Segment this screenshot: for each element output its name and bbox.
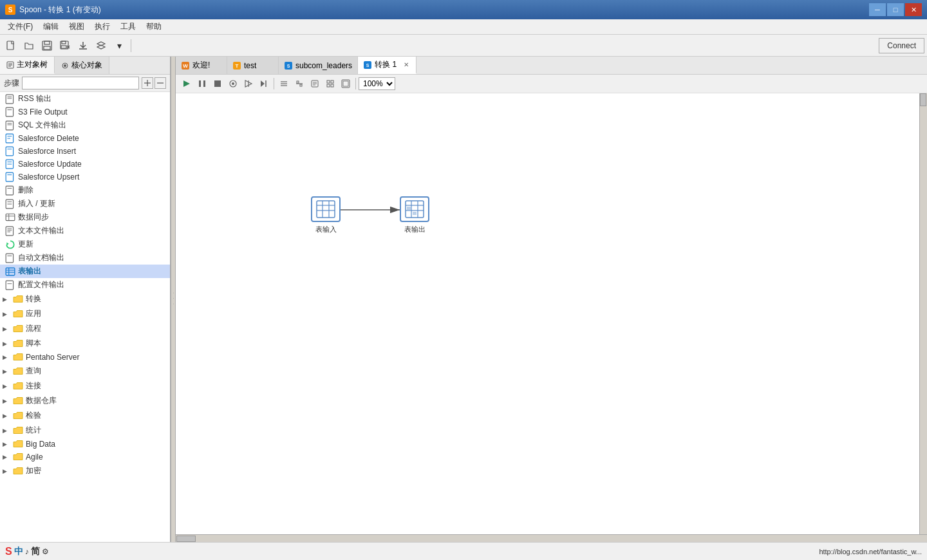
window-controls[interactable]: ─ □ ✕ xyxy=(869,3,922,16)
folder-connect[interactable]: ▶ 连接 xyxy=(0,378,170,393)
table-input-box[interactable] xyxy=(311,196,341,222)
folder-label: Pentaho Server xyxy=(26,353,79,362)
tree-container[interactable]: RSS 输出 S3 File Output SQL 文件输出 Salesforc… xyxy=(0,92,170,542)
config-output-icon xyxy=(5,280,15,290)
menu-file[interactable]: 文件(F) xyxy=(3,20,38,33)
toolbar-save[interactable] xyxy=(39,37,55,54)
list-item[interactable]: S3 File Output xyxy=(0,106,170,118)
maximize-button[interactable]: □ xyxy=(887,3,904,16)
list-item[interactable]: 插入 / 更新 xyxy=(0,197,170,210)
tab-welcome[interactable]: W 欢迎! xyxy=(176,57,227,74)
folder-dw[interactable]: ▶ 数据仓库 xyxy=(0,393,170,408)
canvas-step-btn[interactable] xyxy=(257,77,271,91)
list-item[interactable]: Salesforce Delete xyxy=(0,132,170,145)
list-item[interactable]: 自动文档输出 xyxy=(0,251,170,265)
canvas-preview-btn[interactable] xyxy=(226,77,240,91)
menu-tools[interactable]: 工具 xyxy=(115,20,141,33)
folder-label: 流程 xyxy=(26,323,41,334)
canvas-stop-btn[interactable] xyxy=(211,77,225,91)
steps-expand-btn[interactable] xyxy=(142,77,153,89)
list-item-label: 文本文件输出 xyxy=(18,225,64,236)
tab-transform1-close[interactable]: ✕ xyxy=(402,61,411,70)
canvas-snap-btn[interactable] xyxy=(323,77,337,91)
tab-test[interactable]: T test xyxy=(227,57,279,74)
canvas-scrollbar-bottom[interactable] xyxy=(176,534,927,542)
folder-stats[interactable]: ▶ 统计 xyxy=(0,423,170,438)
folder-query[interactable]: ▶ 查询 xyxy=(0,364,170,378)
tab-welcome-label: 欢迎! xyxy=(192,60,210,71)
steps-search-input[interactable] xyxy=(22,77,139,89)
list-item-label: S3 File Output xyxy=(18,107,68,117)
toolbar-saveas[interactable] xyxy=(57,37,73,54)
zoom-select[interactable]: 100% 50% 75% 150% 200% xyxy=(359,77,395,90)
table-input-label: 表输入 xyxy=(315,225,337,234)
canvas-run-btn[interactable] xyxy=(180,77,194,91)
main-objects-icon xyxy=(6,61,14,69)
list-item[interactable]: 数据同步 xyxy=(0,210,170,224)
canvas-scrollbar-right[interactable] xyxy=(919,93,927,534)
folder-label: 应用 xyxy=(26,308,41,319)
steps-collapse-btn[interactable] xyxy=(154,77,166,89)
tab-subcom[interactable]: S subcom_leaders xyxy=(279,57,358,74)
table-output-node[interactable]: 表输出 xyxy=(400,196,429,234)
list-item[interactable]: 更新 xyxy=(0,238,170,251)
canvas-with-scroll: 表输入 xyxy=(176,93,927,534)
list-item-label: RSS 输出 xyxy=(18,93,52,104)
minimize-button[interactable]: ─ xyxy=(869,3,886,16)
folder-label: Agile xyxy=(26,453,43,462)
canvas-area[interactable]: 表输入 xyxy=(176,93,919,534)
table-output-box[interactable] xyxy=(400,196,429,222)
table-input-node[interactable]: 表输入 xyxy=(311,196,341,234)
connect-button[interactable]: Connect xyxy=(879,38,924,53)
folder-validate[interactable]: ▶ 检验 xyxy=(0,408,170,423)
list-item-table-output[interactable]: 表输出 xyxy=(0,265,170,278)
list-item[interactable]: 删除 xyxy=(0,183,170,197)
canvas-note-btn[interactable] xyxy=(308,77,322,91)
panel-divider[interactable]: · · · xyxy=(171,57,176,542)
toolbar-open[interactable] xyxy=(21,37,37,54)
folder-flow[interactable]: ▶ 流程 xyxy=(0,321,170,336)
list-item[interactable]: Salesforce Update xyxy=(0,158,170,171)
auto-doc-icon xyxy=(5,253,15,263)
list-item[interactable]: RSS 输出 xyxy=(0,92,170,106)
tab-core-objects[interactable]: 核心对象 xyxy=(55,57,109,74)
list-item[interactable]: Salesforce Insert xyxy=(0,145,170,158)
folder-app[interactable]: ▶ 应用 xyxy=(0,306,170,321)
list-item[interactable]: Salesforce Upsert xyxy=(0,171,170,183)
menu-run[interactable]: 执行 xyxy=(89,20,115,33)
folder-bigdata[interactable]: ▶ Big Data xyxy=(0,438,170,451)
folder-label: 查询 xyxy=(26,366,41,377)
svg-rect-67 xyxy=(203,80,205,87)
menu-help[interactable]: 帮助 xyxy=(141,20,167,33)
canvas-pause-btn[interactable] xyxy=(195,77,209,91)
toolbar-layers[interactable] xyxy=(93,37,109,54)
svg-rect-21 xyxy=(6,107,13,117)
close-button[interactable]: ✕ xyxy=(905,3,922,16)
folder-transform[interactable]: ▶ 转换 xyxy=(0,292,170,306)
folder-script[interactable]: ▶ 脚本 xyxy=(0,336,170,351)
tab-transform1[interactable]: S 转换 1 ✕ xyxy=(358,57,417,74)
menu-edit[interactable]: 编辑 xyxy=(38,20,64,33)
canvas-debug-btn[interactable] xyxy=(241,77,256,91)
folder-pentaho[interactable]: ▶ Pentaho Server xyxy=(0,351,170,364)
datasync-icon xyxy=(5,212,15,223)
ime-indicator[interactable]: S 中 ♪ 简 ⚙ xyxy=(5,546,49,557)
folder-label: 数据仓库 xyxy=(26,395,57,406)
list-item[interactable]: SQL 文件输出 xyxy=(0,118,170,132)
canvas-fit-btn[interactable] xyxy=(339,77,353,91)
menu-view[interactable]: 视图 xyxy=(64,20,89,33)
folder-agile[interactable]: ▶ Agile xyxy=(0,451,170,463)
canvas-align-btn[interactable] xyxy=(277,77,291,91)
svg-point-14 xyxy=(64,64,66,67)
toolbar-export[interactable] xyxy=(75,37,91,54)
canvas-distribute-btn[interactable] xyxy=(292,77,306,91)
svg-rect-23 xyxy=(6,121,13,130)
list-item[interactable]: 文本文件输出 xyxy=(0,224,170,238)
table-input-node-icon xyxy=(316,200,335,218)
toolbar-new[interactable] xyxy=(3,37,19,54)
tab-main-objects[interactable]: 主对象树 xyxy=(0,57,55,74)
list-item[interactable]: 配置文件输出 xyxy=(0,278,170,292)
table-output-node-icon xyxy=(405,200,424,218)
toolbar-arrow-down[interactable]: ▾ xyxy=(111,37,127,54)
folder-encrypt[interactable]: ▶ 加密 xyxy=(0,463,170,478)
